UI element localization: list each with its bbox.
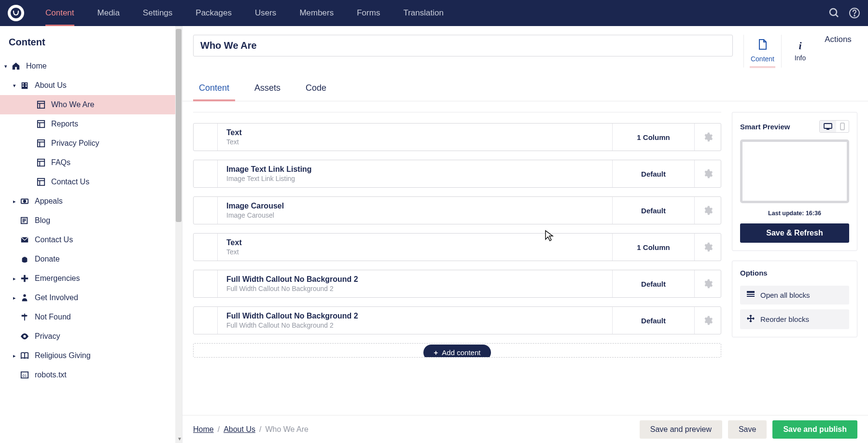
tree-item-emergencies[interactable]: ▸Emergencies	[0, 269, 182, 288]
gear-icon[interactable]	[695, 197, 721, 224]
block-info[interactable]: Full Width Callout No Background 2Full W…	[218, 270, 613, 297]
block-row[interactable]: Full Width Callout No Background 2Full W…	[193, 306, 721, 334]
tree-item-faqs[interactable]: FAQs	[0, 153, 182, 172]
help-icon[interactable]	[849, 7, 860, 19]
nav-item-members[interactable]: Members	[290, 0, 343, 26]
drag-handle[interactable]	[194, 270, 218, 297]
gear-icon[interactable]	[695, 270, 721, 297]
save-refresh-button[interactable]: Save & Refresh	[740, 223, 849, 243]
tree-item-reports[interactable]: Reports	[0, 114, 182, 134]
nav-item-packages[interactable]: Packages	[186, 0, 241, 26]
breadcrumb-about[interactable]: About Us	[224, 425, 255, 434]
app-tab-info[interactable]: i Info	[781, 35, 819, 68]
nav-item-settings[interactable]: Settings	[133, 0, 182, 26]
drag-handle[interactable]	[194, 234, 218, 261]
app-tab-content[interactable]: Content	[743, 35, 781, 68]
block-layout[interactable]: Default	[613, 197, 695, 224]
drag-handle[interactable]	[194, 160, 218, 187]
tree-item-appeals[interactable]: ▸Appeals	[0, 192, 182, 211]
tree-item-donate[interactable]: Donate	[0, 249, 182, 269]
breadcrumb-home[interactable]: Home	[193, 425, 214, 434]
nav-item-media[interactable]: Media	[88, 0, 129, 26]
page-title-input[interactable]	[193, 35, 733, 56]
desktop-icon[interactable]	[820, 121, 836, 132]
block-info[interactable]: Image Text Link ListingImage Text Link L…	[218, 160, 613, 187]
caret-icon[interactable]: ▸	[12, 295, 17, 301]
options-title: Options	[740, 269, 849, 277]
tree-item-label: Privacy	[35, 332, 176, 341]
svg-line-2	[836, 14, 838, 17]
svg-rect-45	[747, 296, 755, 297]
tree-item-label: Home	[26, 62, 176, 70]
nav-item-content[interactable]: Content	[36, 0, 84, 26]
drag-handle[interactable]	[194, 307, 218, 334]
tree-item-label: Religious Giving	[35, 351, 176, 360]
tree-item-blog[interactable]: Blog	[0, 211, 182, 230]
caret-icon[interactable]: ▾	[12, 83, 17, 89]
block-info[interactable]: TextText	[218, 124, 613, 151]
block-layout[interactable]: Default	[613, 270, 695, 297]
gear-icon[interactable]	[695, 307, 721, 334]
gear-icon[interactable]	[695, 234, 721, 261]
tree-item-contact-us[interactable]: Contact Us	[0, 172, 182, 192]
actions-menu[interactable]: Actions	[819, 35, 857, 44]
add-content-button[interactable]: + Add content	[423, 345, 491, 358]
block-layout[interactable]: Default	[613, 160, 695, 187]
caret-icon[interactable]: ▸	[12, 276, 17, 282]
tree-item-home[interactable]: ▾Home	[0, 56, 182, 76]
gear-icon[interactable]	[695, 124, 721, 151]
block-layout[interactable]: Default	[613, 307, 695, 334]
drag-handle[interactable]	[194, 197, 218, 224]
save-preview-button[interactable]: Save and preview	[640, 420, 722, 439]
tree-item-privacy-policy[interactable]: Privacy Policy	[0, 134, 182, 153]
nav-item-translation[interactable]: Translation	[393, 0, 453, 26]
news-icon	[19, 216, 30, 225]
gear-icon[interactable]	[695, 160, 721, 187]
block-row[interactable]: Image Text Link ListingImage Text Link L…	[193, 160, 721, 188]
open-all-label: Open all blocks	[760, 291, 810, 299]
open-all-blocks-button[interactable]: Open all blocks	[740, 286, 849, 305]
content-tab-content[interactable]: Content	[193, 78, 235, 101]
reorder-blocks-button[interactable]: Reorder blocks	[740, 309, 849, 329]
block-row[interactable]: TextText1 Column	[193, 233, 721, 261]
caret-icon[interactable]: ▸	[12, 198, 17, 205]
content-tab-code[interactable]: Code	[300, 78, 332, 101]
caret-icon[interactable]: ▾	[3, 63, 9, 69]
content-tab-assets[interactable]: Assets	[249, 78, 286, 101]
block-layout[interactable]: 1 Column	[613, 234, 695, 261]
tree-item-contact-us[interactable]: Contact Us	[0, 230, 182, 249]
drag-handle[interactable]	[194, 124, 218, 151]
block-info[interactable]: Image CarouselImage Carousel	[218, 197, 613, 224]
block-row[interactable]: TextText1 Column	[193, 123, 721, 151]
block-row[interactable]: Image CarouselImage CarouselDefault	[193, 196, 721, 224]
save-publish-button[interactable]: Save and publish	[772, 420, 857, 439]
umbraco-logo[interactable]	[8, 5, 24, 21]
block-subtitle: Full Width Callout No Background 2	[226, 285, 603, 292]
tree-item-religious-giving[interactable]: ▸Religious Giving	[0, 346, 182, 365]
tree-item-robots-txt[interactable]: 01robots.txt	[0, 365, 182, 385]
mobile-icon[interactable]	[836, 121, 849, 132]
block-subtitle: Image Text Link Listing	[226, 175, 603, 182]
add-content-area[interactable]: + Add content	[193, 343, 721, 358]
search-icon[interactable]	[828, 7, 840, 19]
nav-item-users[interactable]: Users	[245, 0, 286, 26]
caret-icon[interactable]: ▸	[12, 353, 17, 359]
plus-icon	[19, 274, 30, 283]
svg-point-36	[23, 335, 26, 337]
move-icon	[747, 315, 755, 324]
save-button[interactable]: Save	[728, 420, 767, 439]
scrollbar-thumb[interactable]	[176, 29, 182, 222]
tree-item-about-us[interactable]: ▾About Us	[0, 76, 182, 95]
tree-item-not-found[interactable]: Not Found	[0, 307, 182, 327]
nav-item-forms[interactable]: Forms	[347, 0, 390, 26]
block-info[interactable]: Full Width Callout No Background 2Full W…	[218, 307, 613, 334]
tree-item-get-involved[interactable]: ▸Get Involved	[0, 288, 182, 307]
svg-rect-13	[38, 121, 44, 127]
sidebar-scrollbar[interactable]: ▾	[175, 26, 182, 443]
block-info[interactable]: TextText	[218, 234, 613, 261]
block-layout[interactable]: 1 Column	[613, 124, 695, 151]
tree-item-privacy[interactable]: Privacy	[0, 327, 182, 346]
scrollbar-down-icon[interactable]: ▾	[178, 435, 181, 442]
tree-item-who-we-are[interactable]: Who We Are	[0, 95, 182, 114]
block-row[interactable]: Full Width Callout No Background 2Full W…	[193, 270, 721, 298]
